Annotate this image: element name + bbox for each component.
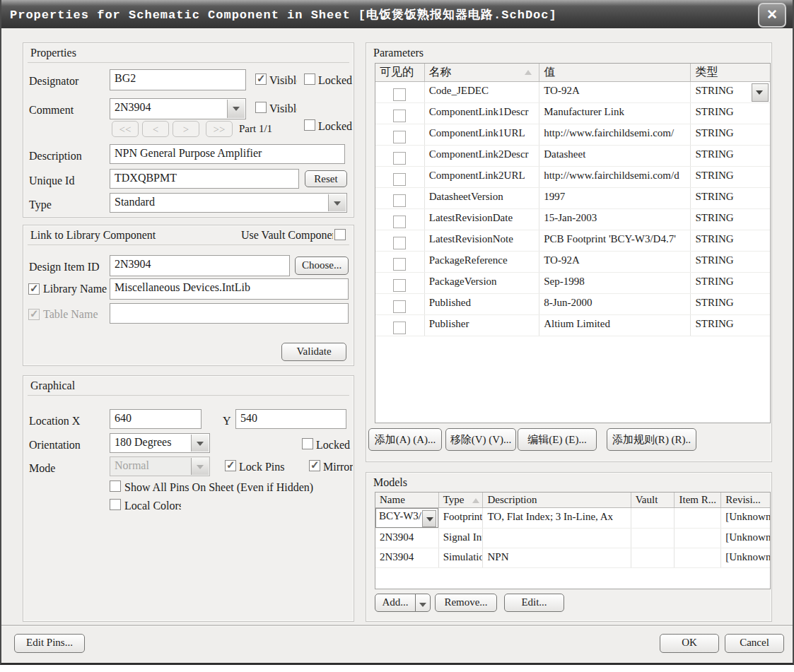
model-row[interactable]: BCY-W3/ Footprint TO, Flat Index; 3 In-L… — [375, 508, 770, 529]
unique-id-input[interactable]: TDXQBPMT — [110, 169, 299, 189]
column-header-type[interactable]: 类型 — [691, 64, 770, 81]
edit-parameter-button[interactable]: 编辑(E) (E)... — [518, 428, 597, 451]
column-header-model-name[interactable]: Name — [375, 493, 439, 507]
link-to-library-group: Link to Library Component Use Vault Comp… — [23, 225, 354, 366]
chevron-down-icon[interactable] — [227, 100, 245, 118]
add-rule-button[interactable]: 添加规则(R) (R).. — [607, 428, 696, 451]
parameter-visible-checkbox[interactable] — [393, 131, 406, 143]
column-header-visible[interactable]: 可见的 — [375, 64, 425, 81]
model-dropdown-arrow-icon[interactable] — [422, 510, 436, 527]
orientation-combobox[interactable]: 180 Degrees — [110, 433, 210, 453]
parameter-row[interactable]: Published 8-Jun-2000 STRING — [375, 294, 770, 315]
model-item-rev — [675, 548, 721, 567]
use-vault-checkbox[interactable] — [334, 229, 346, 240]
graphical-locked-checkbox[interactable] — [302, 438, 313, 449]
parameter-row[interactable]: ComponentLink2URL http://www.fairchildse… — [375, 167, 770, 188]
location-y-input[interactable]: 540 — [235, 409, 346, 429]
edit-pins-button[interactable]: Edit Pins... — [14, 634, 85, 653]
library-name-input[interactable]: Miscellaneous Devices.IntLib — [110, 278, 349, 300]
parameter-visible-checkbox[interactable] — [393, 300, 406, 313]
validate-button[interactable]: Validate — [281, 343, 346, 361]
design-item-id-input[interactable]: 2N3904 — [110, 255, 290, 276]
add-parameter-button[interactable]: 添加(A) (A)... — [368, 428, 442, 451]
designator-label: Designator — [29, 75, 78, 88]
add-model-button[interactable]: Add... — [375, 594, 416, 612]
parameter-name: Code_JEDEC — [425, 82, 539, 102]
comment-visible-checkbox[interactable] — [255, 102, 267, 113]
chevron-down-icon[interactable] — [191, 435, 209, 452]
parameter-row[interactable]: Code_JEDEC TO-92A STRING — [375, 82, 770, 103]
column-header-value[interactable]: 值 — [539, 64, 691, 81]
designator-visible-checkbox[interactable] — [255, 73, 267, 85]
designator-locked-checkbox[interactable] — [304, 73, 315, 85]
parameter-visible-checkbox[interactable] — [393, 110, 406, 122]
parameter-row[interactable]: ComponentLink2Descr Datasheet STRING — [375, 146, 770, 167]
part-first-button[interactable]: << — [112, 121, 139, 137]
parameter-name: DatasheetVersion — [425, 188, 539, 208]
model-row[interactable]: 2N3904 Simulation NPN [Unknown] — [375, 548, 770, 568]
add-model-dropdown-button[interactable] — [415, 594, 431, 612]
parameters-group-title: Parameters — [373, 47, 424, 59]
part-next-button[interactable]: > — [173, 121, 199, 137]
parameter-name: ComponentLink2URL — [425, 167, 539, 187]
parameter-visible-checkbox[interactable] — [393, 216, 406, 228]
parameter-row[interactable]: PackageReference TO-92A STRING — [375, 252, 770, 273]
description-input[interactable]: NPN General Purpose Amplifier — [110, 144, 345, 164]
show-all-pins-checkbox[interactable] — [110, 481, 121, 492]
parameter-row[interactable]: LatestRevisionNote PCB Footprint 'BCY-W3… — [375, 230, 770, 252]
column-header-model-item-rev[interactable]: Item R... — [675, 493, 721, 507]
part-locked-checkbox[interactable] — [304, 119, 315, 131]
ok-button[interactable]: OK — [660, 634, 719, 653]
remove-model-button[interactable]: Remove... — [435, 594, 497, 612]
title-bar[interactable]: Properties for Schematic Component in Sh… — [1, 0, 793, 28]
parameter-type: STRING — [691, 209, 770, 230]
model-name-combobox[interactable]: BCY-W3/ — [375, 508, 438, 528]
edit-model-button[interactable]: Edit... — [504, 594, 564, 612]
parameter-row[interactable]: PackageVersion Sep-1998 STRING — [375, 273, 770, 294]
close-button[interactable]: ✕ — [758, 3, 786, 28]
column-header-name[interactable]: 名称 — [425, 64, 539, 81]
local-colors-checkbox[interactable] — [110, 499, 121, 510]
parameter-row[interactable]: ComponentLink1URL http://www.fairchildse… — [375, 124, 770, 146]
parameter-row[interactable]: ComponentLink1Descr Manufacturer Link ST… — [375, 103, 770, 124]
part-last-button[interactable]: >> — [206, 121, 233, 137]
parameter-visible-checkbox[interactable] — [393, 258, 406, 271]
library-name-checkbox[interactable] — [28, 283, 40, 295]
choose-button[interactable]: Choose... — [295, 257, 349, 275]
mirrored-checkbox[interactable] — [309, 460, 320, 471]
model-row[interactable]: 2N3904 Signal Integrity [Unknown] — [375, 529, 770, 548]
parameter-visible-checkbox[interactable] — [393, 152, 406, 165]
location-x-input[interactable]: 640 — [110, 409, 202, 429]
column-header-model-description[interactable]: Description — [483, 493, 631, 507]
parameter-visible-checkbox[interactable] — [393, 237, 406, 249]
column-header-model-type[interactable]: Type — [439, 493, 484, 507]
reset-button[interactable]: Reset — [305, 170, 347, 187]
parameter-visible-checkbox[interactable] — [393, 194, 406, 207]
parameter-name: ComponentLink1Descr — [425, 103, 539, 124]
part-prev-button[interactable]: < — [142, 121, 169, 137]
parameter-row[interactable]: DatasheetVersion 1997 STRING — [375, 188, 770, 209]
parameter-type: STRING — [691, 82, 770, 102]
column-header-model-type-label: Type — [443, 494, 465, 505]
designator-input[interactable]: BG2 — [110, 69, 246, 90]
column-header-model-revision[interactable]: Revisi... — [721, 493, 770, 507]
parameter-visible-checkbox[interactable] — [393, 322, 406, 334]
table-name-input[interactable] — [110, 303, 349, 324]
parameter-row[interactable]: LatestRevisionDate 15-Jan-2003 STRING — [375, 209, 770, 230]
mode-combobox: Normal — [110, 456, 210, 476]
close-icon: ✕ — [766, 7, 778, 22]
comment-combobox[interactable]: 2N3904 — [110, 98, 246, 119]
cancel-button[interactable]: Cancel — [725, 634, 784, 653]
lock-pins-checkbox[interactable] — [225, 460, 236, 471]
parameter-visible-checkbox[interactable] — [393, 279, 406, 292]
parameter-row[interactable]: Publisher Altium Limited STRING — [375, 315, 770, 336]
type-dropdown-arrow-icon[interactable] — [752, 83, 769, 102]
parameter-visible-checkbox[interactable] — [393, 173, 406, 186]
column-header-model-vault[interactable]: Vault — [631, 493, 675, 507]
graphical-group: Graphical Location X 640 Y 540 Orientati… — [23, 375, 354, 622]
chevron-down-icon[interactable] — [328, 194, 346, 211]
type-combobox[interactable]: Standard — [110, 193, 347, 213]
parameter-visible-checkbox[interactable] — [393, 88, 406, 101]
remove-parameter-button[interactable]: 移除(V) (V)... — [445, 428, 516, 451]
model-item-rev — [675, 529, 721, 548]
